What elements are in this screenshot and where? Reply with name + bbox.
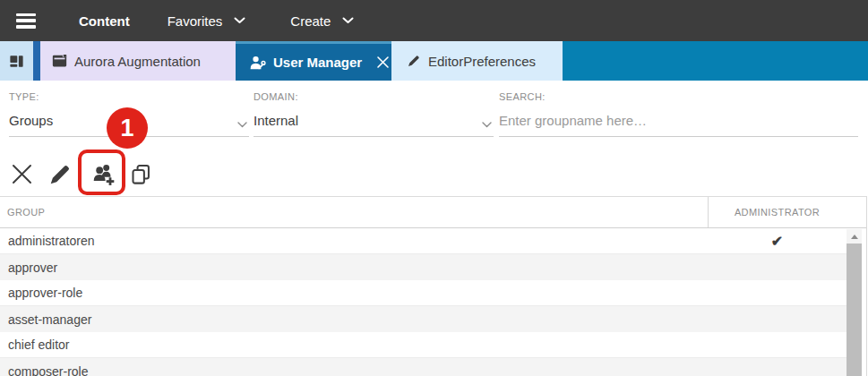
application-window: Content Favorites Create Aurora Augmenta	[0, 0, 868, 376]
hamburger-menu-icon[interactable]	[16, 13, 36, 29]
admin-check-icon: ✔	[708, 233, 847, 250]
user-manager-icon	[249, 55, 266, 71]
create-menu[interactable]: Create	[290, 13, 354, 29]
delete-button[interactable]	[9, 162, 34, 187]
vertical-scrollbar[interactable]	[847, 229, 862, 376]
domain-value: Internal	[254, 113, 470, 128]
domain-label: DOMAIN:	[254, 91, 494, 102]
tab-separator	[33, 41, 40, 81]
copy-button[interactable]	[128, 162, 153, 187]
chevron-down-icon	[237, 122, 247, 128]
group-toolbar	[0, 152, 868, 196]
groups-table: GROUP ADMINISTRATOR administratoren✔appr…	[0, 196, 867, 376]
annotation-step-number: 1	[120, 115, 133, 142]
table-row[interactable]: approver-role	[0, 280, 847, 306]
scroll-up-button[interactable]	[847, 229, 862, 244]
search-input[interactable]	[499, 113, 858, 128]
favorites-label: Favorites	[168, 13, 223, 29]
scrollbar-thumb[interactable]	[847, 244, 862, 376]
group-name-cell: asset-manager	[0, 312, 708, 327]
close-tab-icon[interactable]	[374, 54, 391, 71]
domain-filter: DOMAIN: Internal	[254, 91, 494, 137]
table-row[interactable]: approver	[0, 254, 847, 280]
column-header-group[interactable]: GROUP	[7, 197, 45, 227]
tab-label: Aurora Augmentation	[74, 54, 201, 69]
column-header-administrator[interactable]: ADMINISTRATOR	[708, 197, 847, 227]
table-row[interactable]: administratoren✔	[0, 228, 847, 254]
chevron-down-icon	[482, 122, 492, 128]
add-group-button[interactable]	[91, 162, 116, 187]
favorites-menu[interactable]: Favorites	[168, 13, 246, 29]
tab-editor-preferences[interactable]: EditorPreferences	[391, 41, 563, 81]
edit-button[interactable]	[47, 162, 73, 187]
content-form-icon	[52, 54, 67, 68]
create-label: Create	[290, 13, 331, 29]
group-name-cell: administratoren	[0, 234, 708, 248]
table-header: GROUP ADMINISTRATOR	[0, 197, 866, 228]
group-name-cell: approver	[0, 261, 708, 275]
tab-dashboard[interactable]	[0, 41, 33, 81]
table-row[interactable]: chief editor	[0, 332, 847, 358]
table-row[interactable]: composer-role	[0, 358, 847, 376]
chevron-down-icon	[234, 17, 245, 24]
chevron-down-icon	[342, 17, 354, 24]
tab-bar: Aurora Augmentation User Manager EditorP…	[0, 41, 868, 81]
tab-aurora-augmentation[interactable]: Aurora Augmentation	[40, 41, 236, 81]
group-name-cell: approver-role	[0, 286, 708, 300]
group-name-cell: chief editor	[0, 338, 708, 352]
search-filter: SEARCH:	[499, 91, 858, 137]
tab-label: EditorPreferences	[428, 54, 536, 69]
search-label: SEARCH:	[499, 91, 858, 102]
table-row[interactable]: asset-manager	[0, 306, 847, 332]
tab-user-manager[interactable]: User Manager	[236, 41, 391, 81]
tab-label: User Manager	[273, 55, 362, 70]
top-bar: Content Favorites Create	[0, 0, 868, 41]
group-name-cell: composer-role	[0, 364, 708, 376]
domain-select[interactable]: Internal	[254, 113, 494, 137]
dashboard-icon	[8, 53, 25, 70]
table-body: administratoren✔approverapprover-roleass…	[0, 228, 847, 376]
arrow-up-icon	[851, 235, 858, 239]
app-mode-title: Content	[79, 13, 130, 29]
pencil-icon	[407, 54, 421, 68]
type-label: TYPE:	[9, 91, 249, 102]
annotation-step-badge: 1	[107, 107, 148, 149]
